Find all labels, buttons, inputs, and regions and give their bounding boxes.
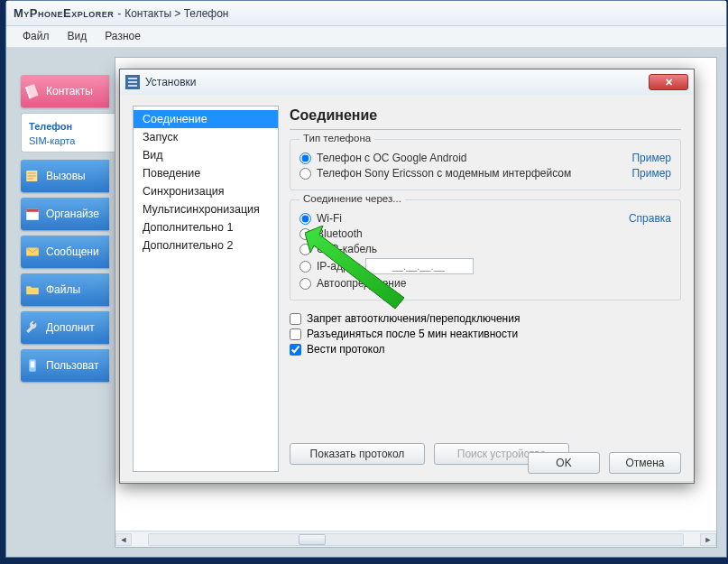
sidebar-item-calls[interactable]: Вызовы — [21, 160, 109, 192]
check-label: Разъединяться после 5 мин неактивности — [307, 328, 518, 340]
panel-heading: Соединение — [290, 106, 681, 130]
ip-field[interactable] — [365, 258, 474, 274]
scroll-right-button[interactable]: ► — [700, 533, 716, 546]
check-disconnect5min[interactable] — [290, 328, 301, 340]
wrench-icon — [24, 319, 41, 336]
book-icon — [22, 80, 42, 101]
radio-label: IP-адрес — [317, 260, 360, 273]
horizontal-scrollbar[interactable]: ◄ ► — [115, 531, 716, 547]
sidebar-item-messages[interactable]: Сообщени — [21, 236, 109, 268]
close-button[interactable]: ✕ — [649, 74, 688, 90]
nav-extra2[interactable]: Дополнительно 2 — [134, 236, 278, 254]
sidebar-item-label: Контакты — [46, 85, 93, 97]
sidebar-item-users[interactable]: Пользоват — [21, 349, 109, 382]
sidebar-item-label: Дополнит — [46, 321, 95, 334]
dialog-titlebar: Установки ✕ — [120, 69, 694, 95]
menu-view[interactable]: Вид — [59, 26, 97, 47]
sidebar: Контакты Телефон SIM-карта Вызовы Органа… — [6, 48, 115, 557]
settings-nav: Соединение Запуск Вид Поведение Синхрони… — [133, 106, 279, 472]
divider — [120, 481, 694, 482]
sidebar-item-contacts[interactable]: Контакты — [21, 75, 109, 107]
check-label: Запрет автоотключения/переподключения — [307, 312, 520, 325]
sidebar-item-organizer[interactable]: Органайзе — [21, 198, 109, 230]
radio-label: Wi-Fi — [317, 212, 342, 225]
group-legend: Соединение через... — [299, 193, 405, 204]
scroll-thumb[interactable] — [299, 534, 326, 545]
list-icon — [125, 75, 140, 89]
nav-view[interactable]: Вид — [134, 146, 278, 164]
envelope-icon — [24, 244, 41, 260]
cancel-button[interactable]: Отмена — [609, 452, 681, 474]
group-legend: Тип телефона — [299, 133, 374, 143]
nav-connection[interactable]: Соединение — [134, 110, 278, 128]
breadcrumb: Контакты > Телефон — [124, 7, 228, 20]
svg-rect-5 — [31, 362, 35, 368]
titlebar: MyPhoneExplorer - Контакты > Телефон — [6, 1, 726, 26]
ok-button[interactable]: OK — [528, 452, 600, 474]
dialog-title: Установки — [145, 76, 196, 88]
scroll-left-button[interactable]: ◄ — [115, 533, 132, 546]
check-noreconnect[interactable] — [290, 313, 301, 325]
radio-usb[interactable] — [299, 244, 311, 255]
connection-group: Соединение через... Wi-Fi Справка Blueto… — [290, 199, 681, 300]
radio-ip[interactable] — [299, 261, 311, 273]
example-link-android[interactable]: Пример — [631, 152, 671, 164]
phone-type-group: Тип телефона Телефон с ОС Google Android… — [290, 139, 681, 190]
nav-multisync[interactable]: Мультисинхронизация — [134, 200, 278, 218]
menu-misc[interactable]: Разное — [96, 26, 150, 47]
nav-extra1[interactable]: Дополнительно 1 — [134, 218, 278, 236]
app-title: MyPhoneExplorer — [14, 6, 114, 20]
settings-dialog: Установки ✕ Соединение Запуск Вид Поведе… — [119, 69, 695, 484]
phone-icon — [24, 357, 41, 374]
notepad-icon — [24, 168, 41, 184]
folder-icon — [24, 282, 41, 298]
scroll-track[interactable] — [148, 533, 684, 546]
nav-behavior[interactable]: Поведение — [134, 164, 278, 182]
svg-rect-2 — [26, 209, 39, 212]
sidebar-item-label: Файлы — [46, 283, 80, 296]
radio-wifi[interactable] — [299, 213, 311, 225]
settings-panel: Соединение Тип телефона Телефон с ОС Goo… — [290, 106, 681, 472]
radio-label: Автоопределение — [317, 277, 406, 290]
radio-android[interactable] — [299, 153, 311, 164]
sidebar-item-label: Сообщени — [46, 245, 99, 258]
subtab-sim[interactable]: SIM-карта — [29, 134, 107, 148]
radio-sony[interactable] — [299, 168, 311, 180]
radio-label: USB-кабель — [317, 243, 377, 255]
close-icon: ✕ — [665, 77, 673, 88]
radio-autodetect[interactable] — [299, 278, 311, 290]
check-log[interactable] — [290, 344, 301, 356]
show-protocol-button[interactable]: Показать протокол — [290, 443, 425, 465]
sidebar-item-label: Вызовы — [46, 170, 86, 182]
calendar-icon — [24, 206, 41, 222]
sidebar-item-label: Органайзе — [46, 208, 99, 220]
contacts-subtabs: Телефон SIM-карта — [21, 113, 115, 153]
nav-startup[interactable]: Запуск — [134, 128, 278, 146]
nav-sync[interactable]: Синхронизация — [134, 182, 278, 200]
sidebar-item-label: Пользоват — [46, 359, 98, 372]
check-label: Вести протокол — [307, 343, 385, 356]
subtab-phone[interactable]: Телефон — [29, 119, 107, 134]
example-link-sony[interactable]: Пример — [631, 167, 671, 180]
menu-file[interactable]: Файл — [14, 26, 59, 47]
radio-label: Телефон Sony Ericsson с модемным интерфе… — [317, 167, 571, 180]
sidebar-item-files[interactable]: Файлы — [21, 273, 109, 306]
help-link[interactable]: Справка — [629, 212, 671, 225]
radio-bluetooth[interactable] — [299, 228, 311, 240]
radio-label: Телефон с ОС Google Android — [317, 152, 467, 164]
menubar: Файл Вид Разное — [6, 26, 726, 48]
sidebar-item-extras[interactable]: Дополнит — [21, 311, 109, 344]
radio-label: Bluetooth — [317, 227, 363, 240]
